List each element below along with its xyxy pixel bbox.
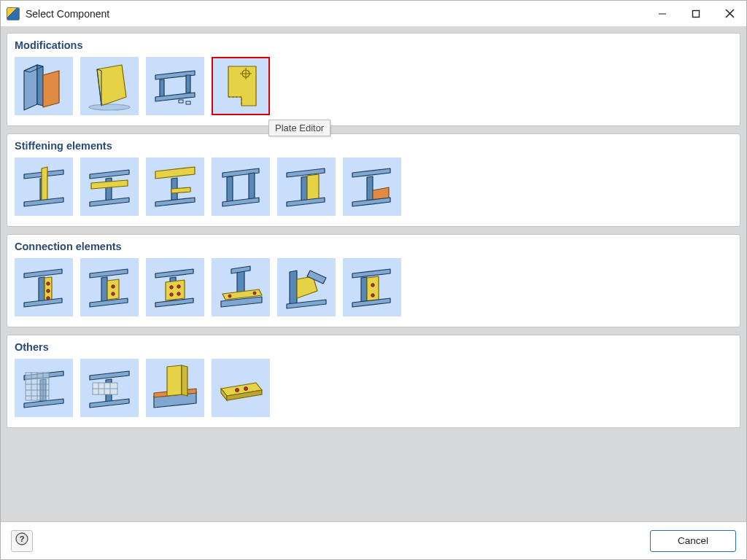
other-block[interactable] bbox=[80, 359, 139, 417]
app-icon bbox=[7, 7, 20, 20]
svg-marker-52 bbox=[101, 277, 107, 303]
svg-marker-53 bbox=[107, 279, 119, 300]
svg-marker-59 bbox=[166, 280, 185, 300]
svg-point-78 bbox=[371, 284, 375, 287]
svg-marker-38 bbox=[307, 174, 319, 202]
svg-point-60 bbox=[170, 286, 174, 289]
svg-point-54 bbox=[112, 285, 115, 289]
svg-text:?: ? bbox=[20, 534, 25, 543]
maximize-button[interactable] bbox=[679, 1, 713, 27]
group-title: Modifications bbox=[15, 39, 732, 51]
svg-marker-26 bbox=[91, 180, 128, 189]
svg-point-48 bbox=[47, 289, 50, 293]
svg-marker-92 bbox=[90, 371, 129, 380]
mod-section-cut[interactable] bbox=[146, 57, 204, 115]
svg-marker-44 bbox=[24, 269, 62, 278]
dialog-footer: ? Cancel bbox=[1, 521, 746, 559]
group-title: Connection elements bbox=[15, 241, 732, 252]
svg-marker-33 bbox=[227, 176, 233, 203]
svg-point-69 bbox=[253, 292, 256, 295]
svg-marker-71 bbox=[290, 271, 297, 306]
icons-row bbox=[15, 359, 732, 417]
svg-marker-24 bbox=[90, 170, 129, 179]
group-stiffening: Stiffening elements bbox=[7, 133, 740, 227]
group-modifications: Modifications bbox=[7, 33, 740, 126]
svg-marker-57 bbox=[155, 269, 193, 278]
other-footing[interactable] bbox=[212, 359, 270, 417]
svg-point-61 bbox=[177, 285, 181, 289]
minimize-button[interactable] bbox=[646, 1, 679, 27]
group-others: Others bbox=[7, 335, 740, 428]
conn-end-plate[interactable] bbox=[15, 258, 73, 316]
help-button[interactable]: ? bbox=[11, 530, 33, 552]
window-title: Select Component bbox=[26, 8, 109, 20]
mod-plate-editor[interactable]: Plate Editor bbox=[212, 57, 270, 115]
svg-marker-28 bbox=[155, 167, 195, 179]
svg-point-55 bbox=[112, 292, 115, 296]
svg-marker-75 bbox=[352, 269, 390, 278]
svg-marker-37 bbox=[301, 176, 307, 203]
svg-marker-5 bbox=[37, 65, 43, 106]
svg-point-47 bbox=[47, 282, 50, 286]
svg-marker-66 bbox=[231, 266, 250, 273]
svg-point-10 bbox=[89, 104, 130, 110]
svg-marker-51 bbox=[90, 269, 128, 278]
group-connection: Connection elements bbox=[7, 234, 740, 327]
svg-marker-40 bbox=[352, 168, 390, 177]
icons-row bbox=[15, 258, 732, 316]
titlebar: Select Component bbox=[1, 1, 746, 27]
minimize-icon bbox=[658, 9, 667, 18]
conn-splice[interactable] bbox=[146, 258, 204, 316]
other-grid[interactable] bbox=[15, 359, 73, 417]
svg-marker-30 bbox=[171, 187, 190, 193]
close-button[interactable] bbox=[713, 1, 746, 27]
content-area: Modifications bbox=[1, 27, 746, 521]
icons-row: Plate Editor bbox=[15, 57, 732, 115]
svg-rect-1 bbox=[693, 10, 700, 17]
svg-marker-76 bbox=[361, 277, 367, 303]
svg-marker-45 bbox=[39, 277, 44, 303]
svg-point-108 bbox=[244, 387, 248, 391]
stiff-doubler[interactable] bbox=[277, 158, 336, 216]
conn-angle[interactable] bbox=[343, 258, 401, 316]
icons-row bbox=[15, 158, 732, 216]
dialog-window: Select Component Modifications bbox=[0, 0, 747, 560]
close-icon bbox=[725, 9, 735, 18]
stiff-widener[interactable] bbox=[146, 158, 204, 216]
stiff-rib[interactable] bbox=[15, 158, 73, 216]
svg-marker-103 bbox=[182, 365, 187, 396]
stiff-web-plate[interactable] bbox=[80, 158, 139, 216]
svg-marker-22 bbox=[42, 167, 47, 203]
svg-marker-34 bbox=[249, 173, 255, 199]
svg-point-62 bbox=[170, 293, 174, 297]
svg-rect-15 bbox=[179, 100, 183, 103]
cancel-button[interactable]: Cancel bbox=[650, 530, 736, 552]
svg-point-107 bbox=[236, 389, 239, 392]
svg-point-79 bbox=[371, 294, 375, 298]
svg-marker-13 bbox=[186, 75, 190, 93]
stiff-channel[interactable] bbox=[212, 158, 270, 216]
svg-marker-41 bbox=[367, 176, 373, 203]
other-weld[interactable] bbox=[146, 359, 204, 417]
svg-marker-6 bbox=[43, 71, 59, 107]
conn-gusset[interactable] bbox=[277, 258, 336, 316]
mod-cut-member[interactable] bbox=[15, 57, 73, 115]
mod-plate[interactable] bbox=[80, 57, 139, 115]
svg-point-63 bbox=[177, 292, 181, 296]
svg-marker-102 bbox=[167, 365, 182, 396]
tooltip: Plate Editor bbox=[268, 120, 330, 136]
conn-shear-tab[interactable] bbox=[80, 258, 139, 316]
group-title: Others bbox=[15, 341, 732, 353]
stiff-haunch[interactable] bbox=[343, 158, 401, 216]
svg-rect-16 bbox=[186, 101, 190, 104]
conn-base-plate[interactable] bbox=[212, 258, 270, 316]
maximize-icon bbox=[692, 9, 700, 18]
help-icon: ? bbox=[15, 532, 28, 549]
group-title: Stiffening elements bbox=[15, 140, 732, 152]
svg-marker-12 bbox=[160, 79, 164, 97]
svg-point-68 bbox=[228, 295, 231, 298]
